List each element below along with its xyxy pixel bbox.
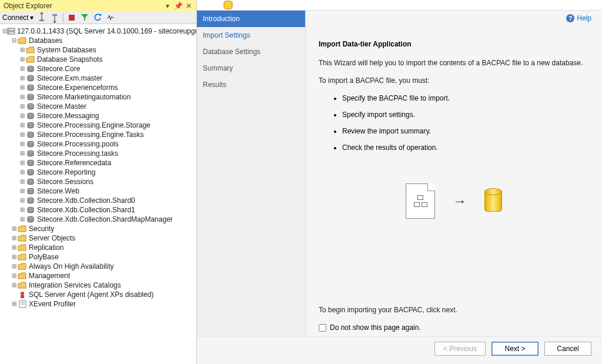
expand-icon[interactable]: ⊞ bbox=[19, 168, 26, 177]
collapse-icon[interactable]: ⊟ bbox=[2, 26, 7, 36]
tree-database-node[interactable]: ⊞Sitecore.Web bbox=[1, 186, 195, 196]
tree-item-label: Sitecore.Sessions bbox=[37, 177, 93, 186]
expand-icon[interactable]: ⊞ bbox=[19, 45, 26, 55]
wizard-content: ? Help Import Data-tier Application This… bbox=[306, 11, 602, 336]
expand-icon[interactable]: ⊞ bbox=[19, 139, 26, 149]
expand-icon[interactable]: ⊞ bbox=[19, 196, 26, 205]
tree-database-node[interactable]: ⊞Sitecore.Messaging bbox=[1, 111, 195, 121]
nav-introduction[interactable]: Introduction bbox=[197, 11, 305, 27]
wizard-must-label: To import a BACPAC file, you must: bbox=[319, 76, 589, 85]
tree-database-snapshots[interactable]: ⊞ Database Snapshots bbox=[1, 55, 195, 64]
expand-icon[interactable]: ⊞ bbox=[19, 149, 26, 158]
tree-server-node[interactable]: ⊟ 127.0.0.1,1433 (SQL Server 14.0.1000.1… bbox=[1, 26, 195, 36]
tree-database-node[interactable]: ⊞Sitecore.Xdb.Collection.Shard1 bbox=[1, 205, 195, 215]
expand-icon[interactable]: ⊞ bbox=[19, 186, 26, 196]
folder-icon bbox=[18, 272, 27, 280]
tree-item-label: Replication bbox=[29, 243, 63, 252]
tree-database-node[interactable]: ⊞Sitecore.Sessions bbox=[1, 177, 195, 186]
tree-database-node[interactable]: ⊞Sitecore.Referencedata bbox=[1, 158, 195, 168]
tree-item-label: Sitecore.Master bbox=[37, 102, 86, 111]
close-icon[interactable]: ✕ bbox=[185, 2, 193, 10]
tree-item-label: Sitecore.Processing.pools bbox=[37, 139, 119, 149]
tree-folder-node[interactable]: ⊞Integration Services Catalogs bbox=[1, 280, 195, 290]
filter-icon[interactable] bbox=[80, 13, 89, 22]
expand-icon[interactable]: ⊞ bbox=[19, 83, 26, 92]
tree-database-node[interactable]: ⊞Sitecore.Master bbox=[1, 102, 195, 111]
cancel-button[interactable]: Cancel bbox=[544, 342, 591, 356]
tree-database-node[interactable]: ⊞Sitecore.Processing.tasks bbox=[1, 149, 195, 158]
expand-icon[interactable]: ⊞ bbox=[19, 74, 26, 83]
wizard-step-item: Review the import summary. bbox=[342, 127, 589, 135]
database-icon bbox=[26, 178, 35, 186]
expand-icon[interactable]: ⊞ bbox=[19, 177, 26, 186]
tree-database-node[interactable]: ⊞Sitecore.Xdb.Collection.ShardMapManager bbox=[1, 215, 195, 224]
tree-item-label: Sitecore.Exm.master bbox=[37, 74, 102, 83]
connect-server-icon[interactable] bbox=[37, 13, 46, 22]
tree-databases-folder[interactable]: ⊟ Databases bbox=[1, 36, 195, 45]
tree-folder-node[interactable]: ⊞Always On High Availability bbox=[1, 262, 195, 271]
activity-icon[interactable] bbox=[106, 13, 115, 22]
tree-database-node[interactable]: ⊞Sitecore.Core bbox=[1, 64, 195, 74]
expand-icon[interactable]: ⊞ bbox=[11, 243, 18, 252]
folder-icon bbox=[18, 262, 27, 271]
nav-database-settings[interactable]: Database Settings bbox=[197, 44, 305, 60]
tree-folder-node[interactable]: ⊞Replication bbox=[1, 243, 195, 252]
stop-icon[interactable] bbox=[67, 13, 76, 22]
nav-import-settings[interactable]: Import Settings bbox=[197, 27, 305, 44]
expand-icon[interactable]: ⊞ bbox=[11, 252, 18, 262]
expand-icon[interactable]: ⊞ bbox=[11, 271, 18, 280]
tree-item-label: Security bbox=[29, 224, 54, 233]
expand-icon[interactable]: ⊞ bbox=[19, 64, 26, 74]
tree-sql-server-agent[interactable]: SQL Server Agent (Agent XPs disabled) bbox=[1, 290, 195, 299]
nav-summary[interactable]: Summary bbox=[197, 60, 305, 76]
expand-icon[interactable]: ⊞ bbox=[11, 233, 18, 243]
expand-icon[interactable]: ⊞ bbox=[11, 280, 18, 290]
expand-icon[interactable]: ⊞ bbox=[19, 111, 26, 121]
help-link[interactable]: ? Help bbox=[566, 14, 591, 22]
tree-item-label: Sitecore.Xdb.Collection.Shard0 bbox=[37, 196, 135, 205]
expand-icon[interactable]: ⊞ bbox=[19, 55, 26, 64]
tree-database-node[interactable]: ⊞Sitecore.Processing.pools bbox=[1, 139, 195, 149]
tree-folder-node[interactable]: ⊞PolyBase bbox=[1, 252, 195, 262]
refresh-icon[interactable] bbox=[93, 13, 102, 22]
expand-icon[interactable]: ⊞ bbox=[11, 299, 18, 309]
expand-icon[interactable]: ⊞ bbox=[11, 224, 18, 233]
collapse-icon[interactable]: ⊟ bbox=[11, 36, 18, 45]
tree-folder-node[interactable]: ⊞Server Objects bbox=[1, 233, 195, 243]
database-icon bbox=[26, 149, 35, 158]
tree-folder-node[interactable]: ⊞Security bbox=[1, 224, 195, 233]
expand-icon[interactable]: ⊞ bbox=[19, 102, 26, 111]
expand-icon[interactable]: ⊞ bbox=[11, 262, 18, 271]
nav-results[interactable]: Results bbox=[197, 76, 305, 93]
wizard-button-bar: < Previous Next > Cancel bbox=[197, 336, 602, 364]
tree-database-node[interactable]: ⊞Sitecore.Exm.master bbox=[1, 74, 195, 83]
database-icon bbox=[26, 102, 35, 111]
server-label: 127.0.0.1,1433 (SQL Server 14.0.1000.169… bbox=[17, 26, 196, 36]
tree-item-label: Sitecore.Processing.Engine.Storage bbox=[37, 121, 150, 130]
pin-icon[interactable]: 📌 bbox=[174, 2, 182, 10]
tree-database-node[interactable]: ⊞Sitecore.Marketingautomation bbox=[1, 92, 195, 102]
tree-xevent-profiler[interactable]: ⊞ XEvent Profiler bbox=[1, 299, 195, 309]
tree-database-node[interactable]: ⊞Sitecore.Processing.Engine.Tasks bbox=[1, 130, 195, 139]
tree-folder-node[interactable]: ⊞Management bbox=[1, 271, 195, 280]
tree-system-databases[interactable]: ⊞ System Databases bbox=[1, 45, 195, 55]
tree-item-label: Sitecore.Messaging bbox=[37, 111, 99, 121]
disconnect-server-icon[interactable] bbox=[50, 13, 59, 22]
expand-icon[interactable]: ⊞ bbox=[19, 158, 26, 168]
tree-database-node[interactable]: ⊞Sitecore.Reporting bbox=[1, 168, 195, 177]
expand-icon[interactable]: ⊞ bbox=[19, 130, 26, 139]
tree-item-label: Integration Services Catalogs bbox=[29, 280, 121, 290]
expand-icon[interactable]: ⊞ bbox=[19, 215, 26, 224]
tree-database-node[interactable]: ⊞Sitecore.Xdb.Collection.Shard0 bbox=[1, 196, 195, 205]
tree-database-node[interactable]: ⊞Sitecore.Processing.Engine.Storage bbox=[1, 121, 195, 130]
tree-item-label: Sitecore.Marketingautomation bbox=[37, 92, 131, 102]
expand-icon[interactable]: ⊞ bbox=[19, 121, 26, 130]
do-not-show-checkbox[interactable] bbox=[319, 324, 326, 332]
expand-icon[interactable]: ⊞ bbox=[19, 92, 26, 102]
tree-database-node[interactable]: ⊞Sitecore.Experienceforms bbox=[1, 83, 195, 92]
next-button[interactable]: Next > bbox=[491, 342, 539, 356]
expand-icon[interactable]: ⊞ bbox=[19, 205, 26, 215]
dropdown-icon[interactable]: ▾ bbox=[163, 2, 172, 10]
object-explorer-tree[interactable]: ⊟ 127.0.0.1,1433 (SQL Server 14.0.1000.1… bbox=[0, 24, 196, 364]
connect-button[interactable]: Connect ▾ bbox=[2, 14, 34, 22]
